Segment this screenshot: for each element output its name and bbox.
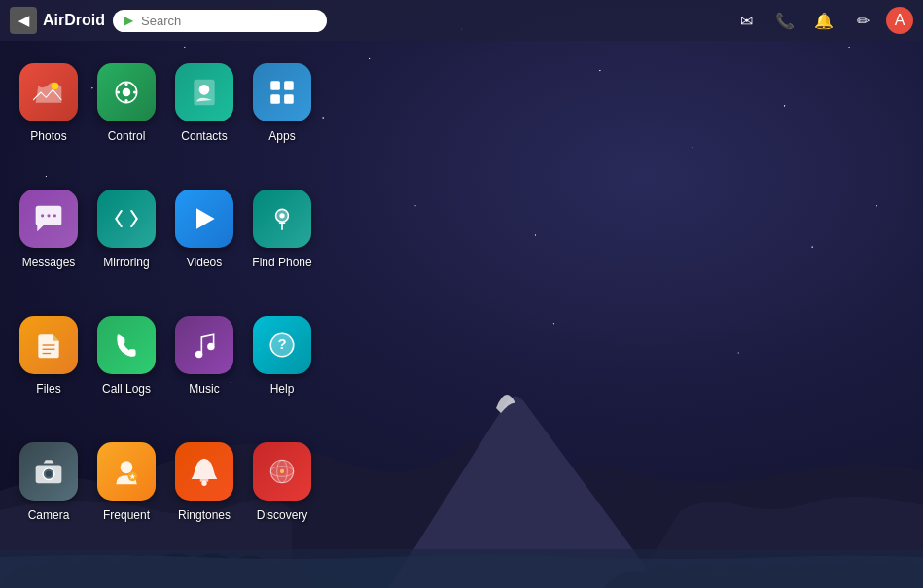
app-apps[interactable]: Apps	[243, 53, 321, 180]
app-camera[interactable]: Camera	[10, 432, 88, 559]
svg-point-6	[117, 90, 120, 93]
phone-icon[interactable]: 📞	[769, 5, 800, 36]
svg-point-5	[124, 99, 127, 102]
svg-point-7	[133, 90, 136, 93]
discovery-label: Discovery	[257, 508, 308, 522]
search-input[interactable]	[141, 14, 297, 28]
camera-icon	[19, 442, 78, 501]
svg-point-15	[47, 214, 50, 217]
svg-point-29	[46, 470, 52, 476]
svg-point-3	[123, 88, 131, 97]
svg-point-30	[121, 461, 133, 473]
apps-icon	[253, 63, 311, 121]
svg-point-24	[207, 343, 214, 350]
svg-rect-11	[284, 81, 294, 90]
files-icon	[19, 316, 78, 374]
help-label: Help	[270, 382, 295, 396]
music-icon	[175, 316, 233, 374]
contacts-icon	[175, 63, 233, 121]
frequent-icon: ★	[97, 442, 156, 501]
control-label: Control	[108, 129, 146, 143]
svg-point-1	[52, 83, 58, 89]
frequent-label: Frequent	[103, 508, 150, 522]
call-logs-icon	[97, 316, 156, 374]
svg-point-23	[195, 351, 202, 358]
music-label: Music	[189, 382, 219, 396]
messages-icon	[19, 190, 78, 248]
app-ringtones[interactable]: Ringtones	[165, 432, 243, 559]
svg-text:?: ?	[277, 335, 286, 352]
app-videos[interactable]: Videos	[165, 180, 243, 306]
app-help[interactable]: ?Help	[243, 306, 321, 432]
svg-point-9	[199, 85, 210, 95]
svg-point-14	[41, 214, 44, 217]
app-music[interactable]: Music	[165, 306, 243, 432]
svg-point-16	[53, 214, 56, 217]
find-phone-icon	[253, 190, 311, 248]
videos-label: Videos	[187, 256, 222, 269]
app-files[interactable]: Files	[10, 306, 88, 432]
files-label: Files	[36, 382, 60, 396]
app-discovery[interactable]: Discovery	[243, 432, 321, 559]
app-frequent[interactable]: ★Frequent	[88, 432, 165, 559]
app-photos[interactable]: Photos	[10, 53, 88, 180]
topbar-icons: ✉ 📞 🔔 ✏ A	[730, 5, 913, 36]
app-call-logs[interactable]: Call Logs	[88, 306, 165, 432]
svg-point-34	[201, 481, 206, 486]
app-contacts[interactable]: Contacts	[165, 53, 243, 180]
svg-text:★: ★	[129, 472, 136, 481]
search-bar[interactable]: ▶	[113, 10, 327, 32]
edit-icon[interactable]: ✏	[847, 5, 878, 36]
logo-text: AirDroid	[43, 12, 105, 29]
mirroring-label: Mirroring	[103, 256, 149, 269]
svg-rect-13	[284, 94, 294, 104]
app-messages[interactable]: Messages	[10, 180, 88, 306]
svg-point-19	[279, 213, 284, 218]
topbar: ◀ AirDroid ▶ ✉ 📞 🔔 ✏ A	[0, 0, 923, 41]
find-phone-label: Find Phone	[252, 256, 311, 269]
logo-arrow: ◀	[10, 7, 37, 34]
svg-marker-17	[196, 208, 215, 228]
contacts-label: Contacts	[181, 129, 227, 143]
svg-point-4	[124, 83, 127, 86]
app-grid: PhotosControlContactsAppsMessagesMirrori…	[10, 53, 321, 559]
messages-label: Messages	[22, 256, 76, 269]
help-icon: ?	[253, 316, 311, 374]
a-icon[interactable]: A	[886, 7, 913, 34]
videos-icon	[175, 190, 233, 248]
play-store-icon: ▶	[124, 14, 133, 27]
apps-label: Apps	[268, 129, 295, 143]
logo[interactable]: ◀ AirDroid	[10, 7, 105, 34]
app-find-phone[interactable]: Find Phone	[243, 180, 321, 306]
mirroring-icon	[97, 190, 156, 248]
svg-point-38	[280, 469, 284, 473]
discovery-icon	[253, 442, 311, 501]
ringtones-label: Ringtones	[178, 508, 231, 522]
ringtones-icon	[175, 442, 233, 501]
control-icon	[97, 63, 156, 121]
call-logs-label: Call Logs	[102, 382, 151, 396]
camera-label: Camera	[28, 508, 70, 522]
email-icon[interactable]: ✉	[730, 5, 762, 36]
svg-rect-10	[270, 81, 280, 90]
photos-label: Photos	[30, 129, 66, 143]
notification-icon[interactable]: 🔔	[808, 5, 839, 36]
app-control[interactable]: Control	[88, 53, 165, 180]
photos-icon	[19, 63, 78, 121]
app-mirroring[interactable]: Mirroring	[88, 180, 165, 306]
svg-rect-12	[270, 94, 280, 104]
